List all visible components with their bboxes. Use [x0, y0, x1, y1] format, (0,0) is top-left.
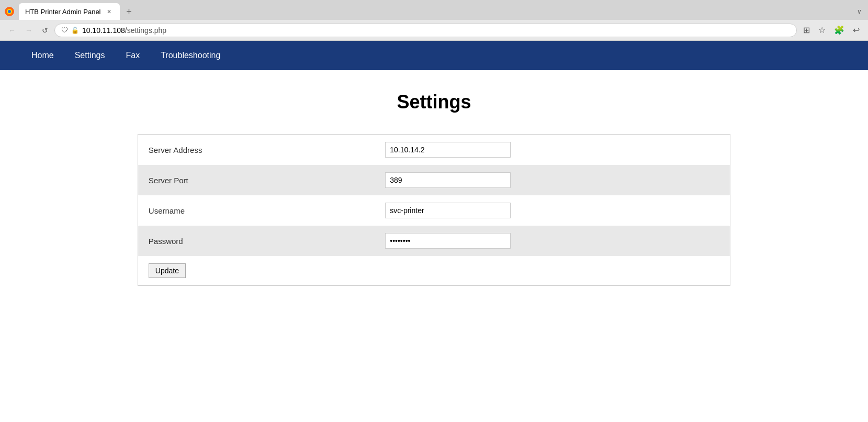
url-text: 10.10.11.108/settings.php — [82, 26, 790, 35]
nav-troubleshooting[interactable]: Troubleshooting — [150, 42, 231, 69]
field-label-password: Password — [138, 226, 375, 256]
nav-fax[interactable]: Fax — [116, 42, 151, 69]
update-button[interactable]: Update — [149, 263, 186, 278]
svg-point-2 — [8, 10, 11, 13]
table-row: Password — [138, 226, 730, 256]
new-tab-button[interactable]: + — [122, 4, 137, 19]
active-tab[interactable]: HTB Printer Admin Panel × — [19, 3, 120, 20]
field-label-server-address: Server Address — [138, 135, 375, 165]
settings-form-table: Server Address Server Port Username — [138, 134, 730, 286]
nav-settings[interactable]: Settings — [64, 42, 116, 69]
back-button[interactable]: ← — [5, 24, 19, 37]
tab-close-button[interactable]: × — [105, 7, 114, 16]
firefox-icon — [4, 6, 15, 17]
browser-chrome: HTB Printer Admin Panel × + ∨ ← → ↺ 🛡 🔓 … — [0, 0, 868, 41]
page-title: Settings — [10, 91, 858, 113]
password-input[interactable] — [385, 233, 511, 249]
page-content: Settings Server Address Server Port User… — [0, 70, 868, 332]
shield-icon: 🛡 — [61, 26, 68, 34]
nav-home[interactable]: Home — [21, 42, 64, 69]
toolbar-icons: ⊞ ☆ 🧩 ↩ — [800, 23, 863, 37]
reload-button[interactable]: ↺ — [39, 24, 51, 37]
url-bar[interactable]: 🛡 🔓 10.10.11.108/settings.php — [54, 24, 797, 37]
submit-cell: Update — [138, 256, 730, 286]
field-label-username: Username — [138, 195, 375, 226]
bookmark-button[interactable]: ☆ — [815, 23, 829, 37]
table-row: Username — [138, 195, 730, 226]
extension-button[interactable]: 🧩 — [831, 23, 848, 37]
tab-bar: HTB Printer Admin Panel × + ∨ — [0, 0, 868, 20]
site-nav: Home Settings Fax Troubleshooting — [0, 41, 868, 70]
url-path: /settings.php — [125, 26, 166, 35]
table-row: Server Port — [138, 165, 730, 195]
lock-icon: 🔓 — [71, 27, 79, 34]
field-label-server-port: Server Port — [138, 165, 375, 195]
server-port-input[interactable] — [385, 172, 511, 188]
tab-title: HTB Printer Admin Panel — [25, 8, 101, 16]
tab-menu-button[interactable]: ∨ — [855, 6, 864, 17]
address-bar: ← → ↺ 🛡 🔓 10.10.11.108/settings.php ⊞ ☆ … — [0, 20, 868, 40]
qr-code-button[interactable]: ⊞ — [800, 23, 813, 37]
table-row-submit: Update — [138, 256, 730, 286]
forward-button[interactable]: → — [22, 24, 36, 37]
field-cell-server-address — [375, 135, 730, 165]
field-cell-password — [375, 226, 730, 256]
undo-button[interactable]: ↩ — [850, 23, 863, 37]
server-address-input[interactable] — [385, 142, 511, 158]
url-domain: 10.10.11.108 — [82, 26, 125, 35]
username-input[interactable] — [385, 203, 511, 218]
field-cell-username — [375, 195, 730, 226]
field-cell-server-port — [375, 165, 730, 195]
table-row: Server Address — [138, 135, 730, 165]
